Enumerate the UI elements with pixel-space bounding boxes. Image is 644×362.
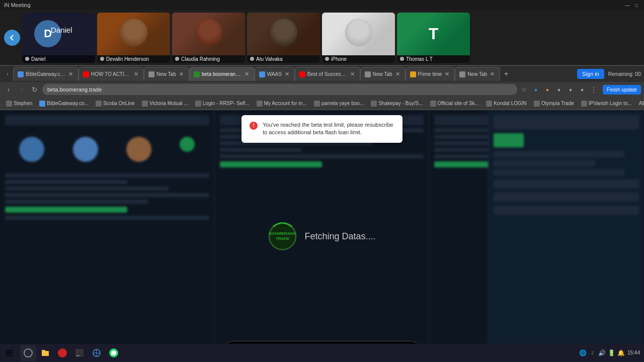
boomerang-logo: BOOMERANG TRADE: [268, 222, 296, 250]
browser-content-area: ! You've reached the beta test limit, pl…: [0, 110, 644, 362]
browser-action-icons: ☆ ● ● ● ● ● ⋮: [519, 84, 599, 95]
tab-newtab1[interactable]: New Tab ✕: [144, 67, 189, 81]
taskbar-app-browser[interactable]: [89, 345, 105, 361]
bookmarks-bar: Stephen BibleGateway.co... Scotia OnLine…: [0, 97, 644, 110]
windows-taskbar: ⊞ _ 🌐 Z 🔊 🔋 🔔 15:44: [0, 344, 644, 362]
network-icon[interactable]: 🌐: [579, 349, 587, 357]
extension-icon-5[interactable]: ●: [577, 84, 587, 95]
taskbar-app-files[interactable]: [37, 345, 53, 361]
tab-favicon-primetime: [410, 71, 416, 77]
trading-col-1: [0, 110, 215, 362]
bookmark-login-rrsp[interactable]: Login - RRSP- Self...: [192, 100, 253, 108]
notification-icon[interactable]: 🔔: [617, 349, 625, 357]
col1-bar5: [5, 200, 148, 204]
claudia-label: Claudia Rahming: [181, 56, 220, 62]
boomerang-logo-text: BOOMERANG TRADE: [269, 231, 296, 241]
right-green-btn: [494, 133, 524, 147]
tab-close-newtab1[interactable]: ✕: [178, 70, 185, 78]
bookmark-favicon-shakepay: [371, 101, 377, 107]
volume-icon[interactable]: 🔊: [598, 349, 606, 357]
col1-bar1: [5, 173, 209, 177]
start-menu-button[interactable]: ⊞: [0, 344, 18, 362]
tab-primetime[interactable]: Prime time ✕: [406, 67, 455, 81]
minimize-button[interactable]: —: [624, 2, 631, 9]
extension-icon-4[interactable]: ●: [566, 84, 576, 95]
trading-right-panel: [488, 110, 644, 362]
browser-chrome: ‹ BibleGateway.com... ✕ HOW TO ACTIVAT..…: [0, 65, 644, 110]
tab-howtoa[interactable]: HOW TO ACTIVAT... ✕: [78, 67, 144, 81]
taskbar-app-terminal[interactable]: _: [71, 345, 88, 361]
tab-close-newtab2[interactable]: ✕: [394, 70, 401, 78]
prev-participant-button[interactable]: [4, 30, 20, 46]
bookmark-label-kondat: Kondat LOGIN: [494, 101, 527, 106]
battery-icon[interactable]: 🔋: [608, 349, 616, 357]
thomas-label: Thomas L T: [406, 56, 433, 62]
tab-biblegateway[interactable]: BibleGateway.com... ✕: [13, 67, 78, 81]
participant-strip: D Daniel Daniel Devalin Henderson Claudi…: [0, 10, 644, 65]
tab-favicon-newtab3: [459, 71, 465, 77]
error-message: You've reached the beta test limit, plea…: [263, 121, 394, 137]
back-button[interactable]: ‹: [3, 84, 14, 95]
bookmark-label-myaccount: My Account for in...: [264, 101, 307, 106]
zoom-tray-icon[interactable]: Z: [589, 349, 597, 357]
bookmark-skrill[interactable]: Official site of Sk...: [427, 100, 482, 108]
tab-newtab2[interactable]: New Tab ✕: [360, 67, 406, 81]
all-bookmarks-folder[interactable]: All Bookmarks: [636, 100, 644, 107]
taskbar-app-circle[interactable]: [20, 345, 36, 361]
tab-close-boomerang[interactable]: ✕: [244, 70, 250, 78]
sign-in-button[interactable]: Sign in: [577, 69, 604, 79]
taskbar-app-whatsapp[interactable]: [106, 345, 122, 361]
extension-icon-3[interactable]: ●: [554, 84, 564, 95]
tab-close-primetime[interactable]: ✕: [444, 70, 450, 78]
tab-favicon-newtab1: [148, 71, 154, 77]
tab-label-waas: WAAS: [267, 71, 282, 77]
taskbar-app-red[interactable]: [54, 345, 70, 361]
forward-button[interactable]: ›: [16, 84, 27, 95]
col2-bar5: [220, 154, 424, 158]
tab-waas[interactable]: WAAS ✕: [255, 67, 295, 81]
finish-update-button[interactable]: Finish update: [603, 85, 641, 95]
bookmark-olympia[interactable]: Olympia Trade: [531, 100, 577, 108]
tab-label-biblegateway: BibleGateway.com...: [26, 71, 65, 77]
tab-boomerang[interactable]: beta boomerang.t... ✕: [189, 67, 255, 81]
bookmark-star-icon[interactable]: ☆: [519, 84, 529, 95]
col1-bar2: [5, 180, 127, 184]
bookmark-label-rrsp: Login - RRSP- Self...: [203, 101, 250, 106]
bookmark-kondat[interactable]: Kondat LOGIN: [483, 100, 530, 108]
tab-newtab3[interactable]: New Tab ✕: [455, 67, 500, 81]
iphone-name-bar: iPhone: [322, 55, 395, 63]
tab-scroll-left[interactable]: ‹: [2, 68, 13, 79]
tab-close-biblegateway[interactable]: ✕: [67, 70, 74, 78]
maximize-button[interactable]: □: [633, 2, 640, 9]
bookmark-biblegateway[interactable]: BibleGateway.co...: [36, 100, 92, 108]
col1-circle-1: [19, 137, 44, 162]
extension-icon-1[interactable]: ●: [531, 84, 541, 95]
bookmark-victoria[interactable]: Victoria Mutual ...: [139, 100, 191, 108]
tab-label-boomerang: beta boomerang.t...: [202, 71, 242, 77]
address-input[interactable]: beta.boomerang.trade: [42, 84, 517, 95]
bookmark-shakepay[interactable]: Shakepay - Buy/S...: [368, 100, 426, 108]
claudia-name-bar: Claudia Rahming: [172, 55, 245, 63]
tab-close-waas[interactable]: ✕: [284, 70, 290, 78]
bookmark-ipvanish[interactable]: IPVanish Login to...: [578, 100, 635, 108]
bookmark-stephen[interactable]: Stephen: [3, 100, 35, 108]
bookmark-label-victoria: Victoria Mutual ...: [149, 101, 188, 106]
right-text-3: [494, 169, 624, 175]
all-bookmarks-label: All Bookmarks: [639, 101, 644, 106]
bookmark-scotia[interactable]: Scotia OnLine: [93, 100, 138, 108]
tab-close-bestsuccess[interactable]: ✕: [349, 70, 356, 78]
participant-atu-video: [247, 13, 320, 55]
new-tab-button[interactable]: +: [500, 68, 512, 80]
claudia-mic-icon: [175, 57, 179, 61]
col1-bar6: [5, 216, 209, 220]
tab-close-howtoa[interactable]: ✕: [133, 70, 139, 78]
more-options-icon[interactable]: ⋮: [589, 84, 599, 95]
bookmark-favicon-olympia: [534, 101, 540, 107]
bookmark-pamela[interactable]: pamela yaye boo...: [311, 100, 367, 108]
tab-label-howtoa: HOW TO ACTIVAT...: [91, 71, 131, 77]
tab-bestsuccess[interactable]: Best of Success M... ✕: [295, 67, 360, 81]
tab-close-newtab3[interactable]: ✕: [489, 70, 496, 78]
extension-icon-2[interactable]: ●: [542, 84, 552, 95]
bookmark-myaccount[interactable]: My Account for in...: [254, 100, 310, 108]
refresh-button[interactable]: ↻: [29, 84, 40, 95]
